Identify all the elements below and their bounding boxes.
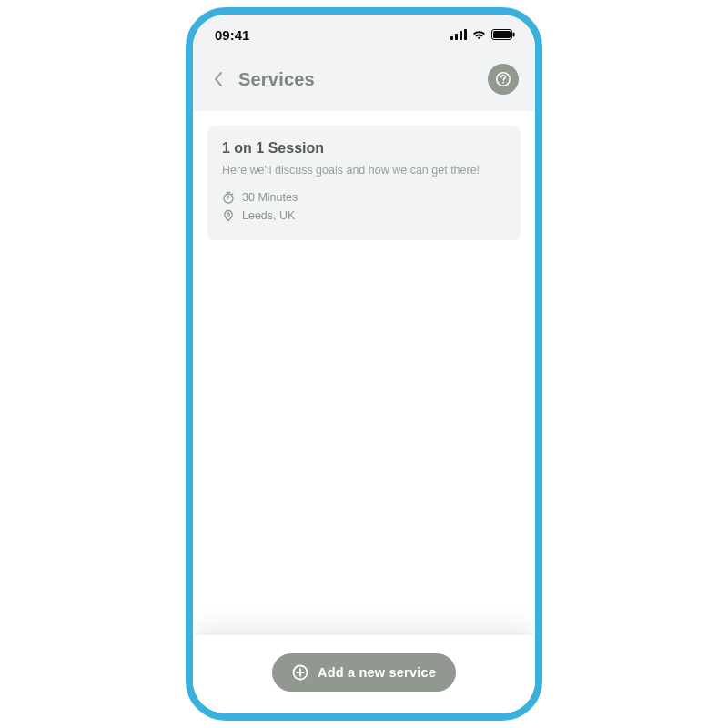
stopwatch-icon xyxy=(222,191,235,204)
location-pin-icon xyxy=(222,209,235,222)
back-button[interactable] xyxy=(206,66,231,92)
svg-rect-6 xyxy=(513,32,515,36)
add-service-button[interactable]: Add a new service xyxy=(272,653,456,692)
svg-rect-2 xyxy=(460,31,462,40)
help-button[interactable] xyxy=(488,64,519,95)
service-duration: 30 Minutes xyxy=(242,191,298,204)
svg-rect-0 xyxy=(450,36,453,40)
service-duration-row: 30 Minutes xyxy=(222,191,506,204)
service-card[interactable]: 1 on 1 Session Here we'll discuss goals … xyxy=(207,126,521,240)
help-icon xyxy=(495,71,511,87)
cellular-icon xyxy=(450,27,467,43)
svg-rect-5 xyxy=(493,31,511,38)
page-header: Services xyxy=(193,55,535,111)
bottom-dock: Add a new service xyxy=(193,635,535,713)
page-title: Services xyxy=(238,69,315,90)
service-title: 1 on 1 Session xyxy=(222,140,506,157)
status-bar: 09:41 xyxy=(193,15,535,55)
add-service-label: Add a new service xyxy=(318,665,436,680)
status-time: 09:41 xyxy=(215,27,249,43)
content-area: 1 on 1 Session Here we'll discuss goals … xyxy=(193,111,535,712)
svg-rect-3 xyxy=(464,29,467,40)
chevron-left-icon xyxy=(214,72,223,86)
battery-icon xyxy=(491,27,515,43)
service-description: Here we'll discuss goals and how we can … xyxy=(222,162,506,178)
phone-frame: 09:41 xyxy=(186,7,542,721)
svg-point-10 xyxy=(228,213,230,216)
status-indicators xyxy=(450,27,515,43)
wifi-icon xyxy=(471,27,487,43)
plus-circle-icon xyxy=(292,664,308,681)
service-location: Leeds, UK xyxy=(242,209,295,222)
svg-point-8 xyxy=(502,82,504,84)
svg-rect-1 xyxy=(455,34,458,40)
service-location-row: Leeds, UK xyxy=(222,209,506,222)
header-left: Services xyxy=(206,66,315,92)
